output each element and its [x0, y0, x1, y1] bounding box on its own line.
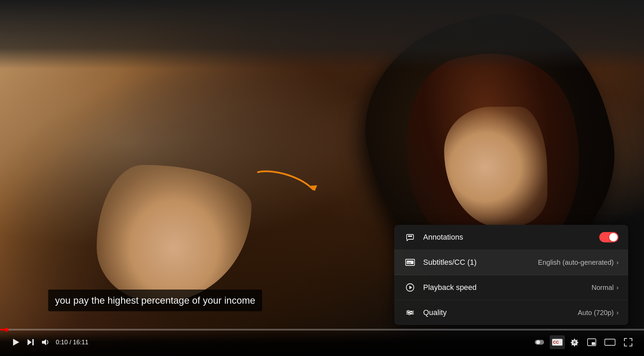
- right-controls: CC: [531, 335, 636, 350]
- play-button[interactable]: [8, 335, 23, 350]
- settings-row-playback-speed[interactable]: Playback speed Normal ›: [394, 275, 628, 300]
- total-time: 16:11: [73, 339, 88, 346]
- subtitles-chevron: ›: [616, 259, 619, 266]
- svg-rect-26: [592, 342, 595, 345]
- controls-bar: 0:10 / 16:11 CC: [0, 328, 644, 356]
- svg-rect-16: [32, 339, 34, 345]
- fullscreen-button[interactable]: [621, 335, 636, 350]
- svg-marker-7: [409, 286, 412, 289]
- svg-point-11: [408, 311, 409, 312]
- quality-chevron: ›: [616, 309, 619, 316]
- subtitle-box: you pay the highest percentage of your i…: [48, 290, 262, 311]
- toggle-thumb: [609, 233, 618, 241]
- settings-row-quality[interactable]: Quality Auto (720p) ›: [394, 300, 628, 325]
- quality-value: Auto (720p): [578, 309, 614, 317]
- volume-button[interactable]: [38, 335, 53, 350]
- settings-row-annotations[interactable]: Annotations: [394, 225, 628, 250]
- quality-label: Quality: [423, 308, 578, 317]
- current-time: 0:10: [56, 339, 68, 346]
- svg-text:CC: CC: [407, 261, 411, 264]
- svg-marker-15: [28, 339, 32, 345]
- playback-speed-label: Playback speed: [423, 283, 592, 292]
- subtitles-value: English (auto-generated): [538, 259, 614, 266]
- settings-panel: Annotations CC Subtitles/CC (1) English …: [394, 225, 628, 325]
- pause-toggle-button[interactable]: [531, 336, 548, 349]
- annotations-label: Annotations: [423, 233, 599, 242]
- svg-point-13: [409, 313, 410, 315]
- bg-top: [0, 0, 644, 69]
- svg-marker-17: [42, 339, 46, 345]
- subtitles-icon: CC: [404, 256, 416, 269]
- time-separator: /: [69, 339, 73, 346]
- svg-point-19: [536, 340, 540, 344]
- subtitles-label: Subtitles/CC (1): [423, 258, 538, 267]
- annotations-icon: [404, 231, 416, 243]
- settings-row-subtitles[interactable]: CC Subtitles/CC (1) English (auto-genera…: [394, 250, 628, 275]
- playback-speed-chevron: ›: [616, 284, 619, 291]
- time-display: 0:10 / 16:11: [56, 339, 88, 346]
- svg-marker-14: [13, 339, 19, 346]
- miniplayer-button[interactable]: [584, 335, 599, 350]
- svg-rect-27: [605, 339, 615, 345]
- settings-button[interactable]: [567, 335, 582, 350]
- skip-button[interactable]: [23, 335, 38, 349]
- video-player: you pay the highest percentage of your i…: [0, 0, 644, 356]
- svg-text:CC: CC: [553, 340, 559, 344]
- playback-speed-icon: [404, 281, 416, 294]
- subtitle-text: you pay the highest percentage of your i…: [55, 294, 255, 307]
- cc-button[interactable]: CC: [550, 335, 565, 349]
- playback-speed-value: Normal: [592, 284, 614, 292]
- annotations-toggle[interactable]: [599, 232, 619, 242]
- quality-icon: [404, 306, 416, 319]
- svg-point-12: [410, 312, 412, 314]
- theatre-mode-button[interactable]: [601, 335, 619, 350]
